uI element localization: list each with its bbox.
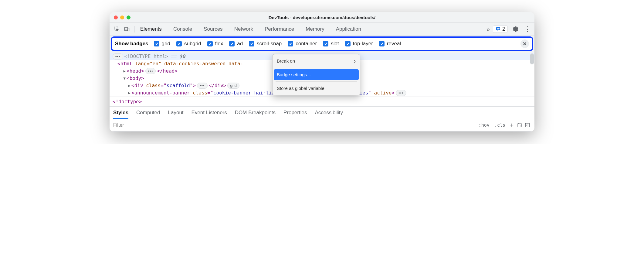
window-title: DevTools - developer.chrome.com/docs/dev…: [110, 15, 534, 20]
badges-bar: Show badges gridsubgridflexadscroll-snap…: [111, 36, 533, 51]
context-menu-item[interactable]: Badge settings…: [274, 69, 359, 80]
collapse-triangle-icon[interactable]: ▼: [122, 75, 127, 82]
context-menu-item[interactable]: Store as global variable: [274, 83, 359, 94]
expand-triangle-icon[interactable]: ▶: [127, 89, 131, 97]
tab-performance[interactable]: Performance: [262, 23, 297, 36]
checkbox-icon: [176, 41, 182, 46]
subtab-event-listeners[interactable]: Event Listeners: [192, 107, 227, 119]
chevron-right-icon: ›: [354, 57, 356, 65]
separator: [134, 26, 135, 32]
tab-elements[interactable]: Elements: [138, 23, 164, 36]
svg-rect-1: [125, 27, 128, 30]
subtab-computed[interactable]: Computed: [136, 107, 160, 119]
tab-sources[interactable]: Sources: [201, 23, 225, 36]
svg-rect-4: [497, 28, 500, 29]
checkbox-icon: [345, 41, 351, 46]
badge-toggle-ad[interactable]: ad: [229, 41, 243, 47]
traffic-lights: [110, 15, 130, 19]
badges-label: Show badges: [115, 41, 148, 47]
computed-styles-icon[interactable]: [516, 122, 524, 128]
toggle-sidebar-icon[interactable]: [524, 122, 531, 128]
new-style-rule-icon[interactable]: [508, 122, 516, 128]
tab-network[interactable]: Network: [232, 23, 256, 36]
inspect-element-icon[interactable]: [112, 23, 121, 36]
checkbox-icon: [229, 41, 235, 46]
checkbox-icon: [207, 41, 213, 46]
scrollbar-thumb[interactable]: [530, 53, 534, 64]
subtab-layout[interactable]: Layout: [168, 107, 184, 119]
titlebar: DevTools - developer.chrome.com/docs/dev…: [110, 12, 534, 22]
context-menu-item[interactable]: Break on›: [274, 56, 359, 67]
styles-subtabs: StylesComputedLayoutEvent ListenersDOM B…: [110, 106, 534, 119]
svg-rect-5: [497, 29, 499, 29]
dom-tree-panel[interactable]: ••• <!DOCTYPE html> == $0 <html lang="en…: [110, 53, 534, 97]
checkbox-icon: [249, 41, 254, 46]
tab-application[interactable]: Application: [334, 23, 364, 36]
more-options-icon[interactable]: ⋮: [523, 25, 532, 33]
expand-ellipsis-icon[interactable]: •••: [197, 83, 208, 89]
main-tabs: ElementsConsoleSourcesNetworkPerformance…: [138, 23, 483, 36]
zoom-window-button[interactable]: [127, 15, 130, 19]
badge-toggle-flex[interactable]: flex: [207, 41, 223, 47]
expand-triangle-icon[interactable]: ▶: [122, 67, 127, 75]
filter-input[interactable]: [113, 122, 476, 128]
tab-memory[interactable]: Memory: [303, 23, 327, 36]
badge-toggle-subgrid[interactable]: subgrid: [176, 41, 201, 47]
dom-breadcrumb[interactable]: <!doctype>: [110, 97, 534, 106]
device-toolbar-icon[interactable]: [122, 23, 131, 36]
issues-counter[interactable]: 2: [493, 26, 508, 33]
close-badges-button[interactable]: [520, 39, 529, 48]
subtab-properties[interactable]: Properties: [283, 107, 307, 119]
hov-toggle[interactable]: :hov: [476, 122, 492, 128]
badges-items: gridsubgridflexadscroll-snapcontainerslo…: [154, 41, 515, 47]
checkbox-icon: [154, 41, 159, 46]
toolbar-right: 2 ⋮: [493, 23, 532, 36]
close-window-button[interactable]: [114, 15, 118, 19]
subtab-dom-breakpoints[interactable]: DOM Breakpoints: [235, 107, 276, 119]
settings-icon[interactable]: [511, 23, 520, 36]
subtab-styles[interactable]: Styles: [113, 107, 128, 119]
badge-toggle-scroll-snap[interactable]: scroll-snap: [249, 41, 282, 47]
devtools-window: DevTools - developer.chrome.com/docs/dev…: [110, 12, 534, 132]
subtab-accessibility[interactable]: Accessibility: [315, 107, 343, 119]
checkbox-icon: [288, 41, 293, 46]
badge-toggle-slot[interactable]: slot: [323, 41, 339, 47]
badge-toggle-grid[interactable]: grid: [154, 41, 170, 47]
context-menu[interactable]: Break on›Badge settings…Store as global …: [272, 54, 360, 95]
expand-ellipsis-icon[interactable]: •••: [145, 68, 156, 74]
svg-rect-8: [518, 123, 521, 127]
tab-console[interactable]: Console: [171, 23, 195, 36]
minimize-window-button[interactable]: [120, 15, 124, 19]
cls-toggle[interactable]: .cls: [492, 122, 508, 128]
badge-toggle-reveal[interactable]: reveal: [379, 41, 401, 47]
badge-toggle-container[interactable]: container: [288, 41, 317, 47]
main-toolbar: ElementsConsoleSourcesNetworkPerformance…: [110, 22, 534, 36]
checkbox-icon: [323, 41, 328, 46]
expand-triangle-icon[interactable]: ▶: [127, 82, 131, 89]
grid-badge[interactable]: grid: [227, 83, 239, 89]
expand-ellipsis-icon[interactable]: •••: [396, 90, 406, 96]
expand-ellipsis-icon[interactable]: •••: [113, 53, 123, 60]
issues-count: 2: [502, 26, 505, 32]
more-tabs-icon[interactable]: »: [485, 26, 492, 33]
badge-toggle-top-layer[interactable]: top-layer: [345, 41, 373, 47]
checkbox-icon: [379, 41, 385, 46]
styles-filter-bar: :hov .cls: [110, 119, 534, 132]
